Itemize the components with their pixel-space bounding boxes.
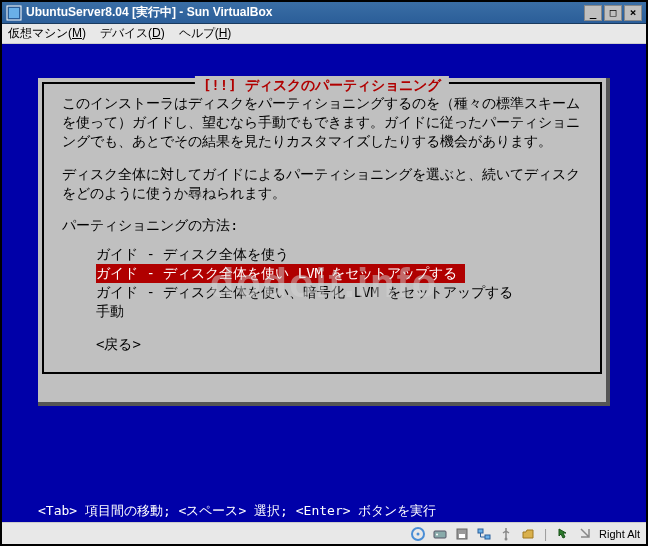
hostkey-label: Right Alt	[599, 528, 640, 540]
svg-rect-1	[9, 8, 19, 18]
mouse-capture-icon[interactable]	[555, 526, 571, 542]
usb-icon[interactable]	[498, 526, 514, 542]
dialog-prompt: パーティショニングの方法:	[62, 216, 582, 235]
menu-device[interactable]: デバイス(D)	[100, 25, 165, 42]
shared-folder-icon[interactable]	[520, 526, 536, 542]
minimize-button[interactable]: _	[584, 5, 602, 21]
window-title: UbuntuServer8.04 [実行中] - Sun VirtualBox	[26, 4, 584, 21]
svg-rect-9	[485, 535, 490, 539]
menubar: 仮想マシン(M) デバイス(D) ヘルプ(H)	[2, 24, 646, 44]
separator: |	[544, 527, 547, 541]
dialog-title: [!!] ディスクのパーティショニング	[195, 76, 449, 95]
network-icon[interactable]	[476, 526, 492, 542]
virtualbox-window: UbuntuServer8.04 [実行中] - Sun VirtualBox …	[0, 0, 648, 546]
cd-icon[interactable]	[410, 526, 426, 542]
option-list: ガイド - ディスク全体を使う ガイド - ディスク全体を使い LVM をセット…	[96, 245, 582, 321]
menu-machine[interactable]: 仮想マシン(M)	[8, 25, 86, 42]
app-icon	[6, 5, 22, 21]
hostkey-icon	[577, 526, 593, 542]
svg-point-5	[436, 533, 438, 535]
option-guided-lvm[interactable]: ガイド - ディスク全体を使い LVM をセットアップする	[96, 264, 465, 283]
titlebar-buttons: _ □ ×	[584, 5, 642, 21]
partitioning-dialog: [!!] ディスクのパーティショニング このインストーラはディスクをパーティショ…	[38, 78, 610, 406]
titlebar: UbuntuServer8.04 [実行中] - Sun VirtualBox …	[2, 2, 646, 24]
floppy-icon[interactable]	[454, 526, 470, 542]
dialog-paragraph-2: ディスク全体に対してガイドによるパーティショニングを選ぶと、続いてディスクをどの…	[62, 165, 582, 203]
hdd-icon[interactable]	[432, 526, 448, 542]
svg-point-10	[504, 537, 507, 540]
option-guided-enc-lvm[interactable]: ガイド - ディスク全体を使い、暗号化 LVM をセットアップする	[96, 283, 582, 302]
option-manual[interactable]: 手動	[96, 302, 582, 321]
console-screen: [!!] ディスクのパーティショニング このインストーラはディスクをパーティショ…	[2, 44, 646, 522]
option-guided-whole[interactable]: ガイド - ディスク全体を使う	[96, 245, 582, 264]
maximize-button[interactable]: □	[604, 5, 622, 21]
menu-help[interactable]: ヘルプ(H)	[179, 25, 232, 42]
key-hint: <Tab> 項目間の移動; <スペース> 選択; <Enter> ボタンを実行	[38, 498, 610, 522]
back-button[interactable]: <戻る>	[96, 335, 582, 354]
statusbar: | Right Alt	[2, 522, 646, 544]
close-button[interactable]: ×	[624, 5, 642, 21]
svg-rect-7	[459, 534, 465, 538]
dialog-paragraph-1: このインストーラはディスクをパーティショニングするのを（種々の標準スキームを使っ…	[62, 94, 582, 151]
svg-rect-8	[478, 529, 483, 533]
svg-point-3	[416, 532, 419, 535]
svg-rect-4	[434, 531, 446, 538]
